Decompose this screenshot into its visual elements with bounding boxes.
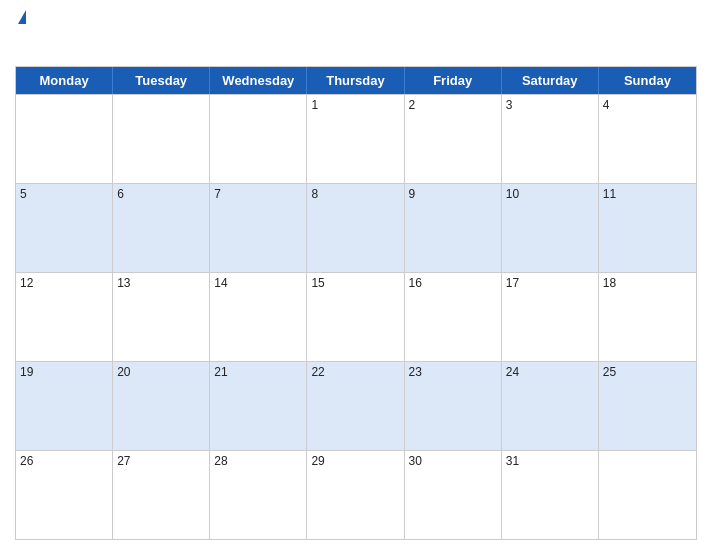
- day-number: 19: [20, 365, 33, 379]
- day-number: 22: [311, 365, 324, 379]
- calendar-header-cell: Friday: [405, 67, 502, 94]
- day-number: 13: [117, 276, 130, 290]
- day-number: 7: [214, 187, 221, 201]
- calendar-cell: 27: [113, 451, 210, 539]
- calendar-cell: 3: [502, 95, 599, 183]
- day-number: 29: [311, 454, 324, 468]
- calendar-week: 12131415161718: [16, 272, 696, 361]
- calendar-header-cell: Tuesday: [113, 67, 210, 94]
- day-number: 6: [117, 187, 124, 201]
- calendar-header-cell: Monday: [16, 67, 113, 94]
- calendar-cell: 26: [16, 451, 113, 539]
- calendar-cell: 31: [502, 451, 599, 539]
- calendar-header-cell: Sunday: [599, 67, 696, 94]
- calendar-cell: 23: [405, 362, 502, 450]
- calendar-cell: 20: [113, 362, 210, 450]
- calendar-cell: [113, 95, 210, 183]
- day-number: 8: [311, 187, 318, 201]
- calendar-cell: 12: [16, 273, 113, 361]
- day-number: 1: [311, 98, 318, 112]
- day-number: 31: [506, 454, 519, 468]
- day-number: 14: [214, 276, 227, 290]
- calendar-cell: 29: [307, 451, 404, 539]
- calendar-cell: 16: [405, 273, 502, 361]
- day-number: 26: [20, 454, 33, 468]
- calendar-page: MondayTuesdayWednesdayThursdayFridaySatu…: [0, 0, 712, 550]
- calendar-cell: 18: [599, 273, 696, 361]
- day-number: 24: [506, 365, 519, 379]
- calendar-cell: 5: [16, 184, 113, 272]
- day-number: 30: [409, 454, 422, 468]
- calendar-week: 262728293031: [16, 450, 696, 539]
- day-number: 17: [506, 276, 519, 290]
- calendar-header-cell: Saturday: [502, 67, 599, 94]
- day-number: 15: [311, 276, 324, 290]
- calendar-cell: 15: [307, 273, 404, 361]
- calendar-cell: 19: [16, 362, 113, 450]
- calendar-cell: 25: [599, 362, 696, 450]
- day-number: 27: [117, 454, 130, 468]
- header: [15, 10, 697, 60]
- calendar-week: 1234: [16, 94, 696, 183]
- calendar-cell: 9: [405, 184, 502, 272]
- day-number: 20: [117, 365, 130, 379]
- calendar-cell: [599, 451, 696, 539]
- day-number: 18: [603, 276, 616, 290]
- day-number: 23: [409, 365, 422, 379]
- day-number: 21: [214, 365, 227, 379]
- calendar-cell: 2: [405, 95, 502, 183]
- calendar-body: 1234567891011121314151617181920212223242…: [16, 94, 696, 539]
- calendar-week: 567891011: [16, 183, 696, 272]
- logo: [15, 10, 26, 24]
- calendar-cell: 13: [113, 273, 210, 361]
- logo-blue: [15, 10, 26, 24]
- calendar-cell: 10: [502, 184, 599, 272]
- calendar-header-cell: Thursday: [307, 67, 404, 94]
- day-number: 4: [603, 98, 610, 112]
- calendar: MondayTuesdayWednesdayThursdayFridaySatu…: [15, 66, 697, 540]
- day-number: 28: [214, 454, 227, 468]
- calendar-cell: 6: [113, 184, 210, 272]
- calendar-cell: [210, 95, 307, 183]
- calendar-cell: 7: [210, 184, 307, 272]
- logo-triangle-icon: [18, 10, 26, 24]
- day-number: 25: [603, 365, 616, 379]
- calendar-cell: 28: [210, 451, 307, 539]
- calendar-cell: 14: [210, 273, 307, 361]
- day-number: 5: [20, 187, 27, 201]
- calendar-cell: [16, 95, 113, 183]
- calendar-header-cell: Wednesday: [210, 67, 307, 94]
- calendar-cell: 1: [307, 95, 404, 183]
- calendar-cell: 4: [599, 95, 696, 183]
- day-number: 9: [409, 187, 416, 201]
- day-number: 12: [20, 276, 33, 290]
- calendar-cell: 24: [502, 362, 599, 450]
- calendar-cell: 22: [307, 362, 404, 450]
- day-number: 10: [506, 187, 519, 201]
- day-number: 2: [409, 98, 416, 112]
- calendar-header-row: MondayTuesdayWednesdayThursdayFridaySatu…: [16, 67, 696, 94]
- day-number: 16: [409, 276, 422, 290]
- calendar-cell: 17: [502, 273, 599, 361]
- calendar-cell: 11: [599, 184, 696, 272]
- calendar-week: 19202122232425: [16, 361, 696, 450]
- calendar-cell: 8: [307, 184, 404, 272]
- calendar-cell: 21: [210, 362, 307, 450]
- day-number: 3: [506, 98, 513, 112]
- calendar-cell: 30: [405, 451, 502, 539]
- day-number: 11: [603, 187, 616, 201]
